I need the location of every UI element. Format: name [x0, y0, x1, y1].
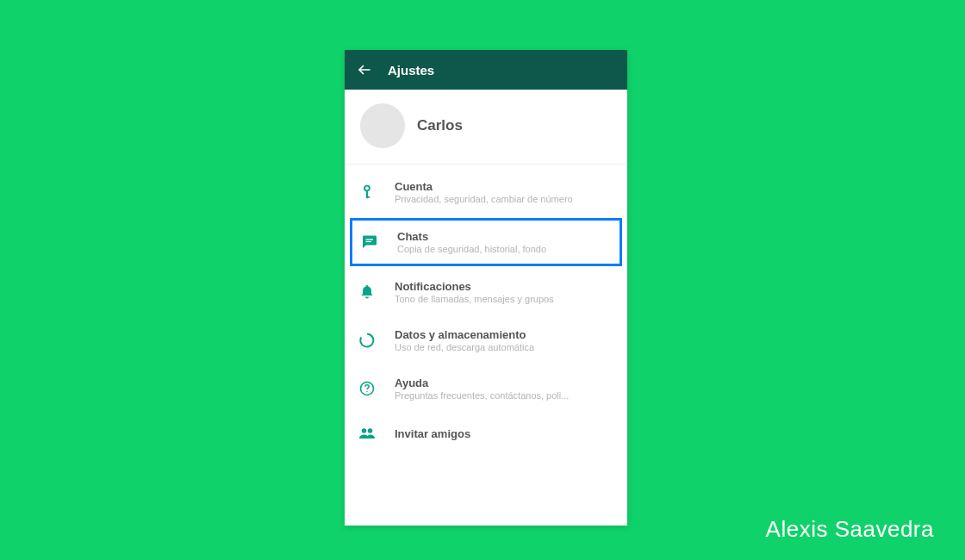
header-title: Ajustes — [388, 63, 434, 78]
svg-point-7 — [366, 391, 367, 392]
svg-rect-3 — [366, 196, 370, 198]
svg-point-8 — [362, 428, 367, 433]
settings-item-subtitle: Preguntas frecuentes, contáctanos, poli.… — [395, 390, 569, 401]
people-icon — [358, 425, 376, 442]
settings-item-help[interactable]: Ayuda Preguntas frecuentes, contáctanos,… — [345, 364, 627, 413]
profile-name: Carlos — [417, 117, 463, 134]
settings-item-invite[interactable]: Invitar amigos — [345, 413, 627, 454]
phone-frame: Ajustes Carlos Cuenta Privacidad, seguri… — [345, 50, 627, 526]
settings-item-text: Chats Copia de seguridad, historial, fon… — [397, 230, 546, 254]
settings-item-chats[interactable]: Chats Copia de seguridad, historial, fon… — [350, 218, 622, 266]
svg-point-1 — [364, 186, 370, 191]
settings-item-text: Cuenta Privacidad, seguridad, cambiar de… — [395, 180, 573, 204]
settings-item-text: Invitar amigos — [395, 427, 470, 440]
settings-item-text: Notificaciones Tono de llamadas, mensaje… — [395, 280, 554, 304]
settings-item-title: Chats — [397, 230, 546, 243]
attribution-text: Alexis Saavedra — [766, 516, 934, 543]
svg-point-9 — [368, 428, 373, 433]
settings-item-text: Ayuda Preguntas frecuentes, contáctanos,… — [395, 376, 569, 401]
data-usage-icon — [358, 332, 376, 349]
settings-item-title: Invitar amigos — [395, 427, 470, 440]
settings-item-subtitle: Privacidad, seguridad, cambiar de número — [395, 194, 573, 204]
bell-icon — [358, 283, 376, 301]
settings-header: Ajustes — [345, 50, 627, 90]
settings-item-data[interactable]: Datos y almacenamiento Uso de red, desca… — [345, 316, 627, 364]
settings-item-title: Ayuda — [395, 376, 569, 389]
settings-item-title: Datos y almacenamiento — [395, 328, 534, 341]
settings-item-title: Cuenta — [395, 180, 573, 193]
back-arrow-icon[interactable] — [357, 62, 372, 78]
settings-list: Cuenta Privacidad, seguridad, cambiar de… — [345, 165, 627, 454]
key-icon — [358, 184, 376, 201]
settings-item-subtitle: Uso de red, descarga automática — [395, 342, 534, 352]
avatar — [360, 103, 405, 148]
settings-item-title: Notificaciones — [395, 280, 554, 293]
profile-row[interactable]: Carlos — [345, 90, 627, 165]
settings-item-subtitle: Tono de llamadas, mensajes y grupos — [395, 294, 554, 304]
settings-item-account[interactable]: Cuenta Privacidad, seguridad, cambiar de… — [345, 168, 627, 216]
settings-item-subtitle: Copia de seguridad, historial, fondo — [397, 244, 546, 254]
settings-item-text: Datos y almacenamiento Uso de red, desca… — [395, 328, 534, 352]
chat-icon — [361, 233, 378, 251]
settings-item-notifications[interactable]: Notificaciones Tono de llamadas, mensaje… — [345, 268, 627, 316]
help-icon — [358, 380, 376, 397]
